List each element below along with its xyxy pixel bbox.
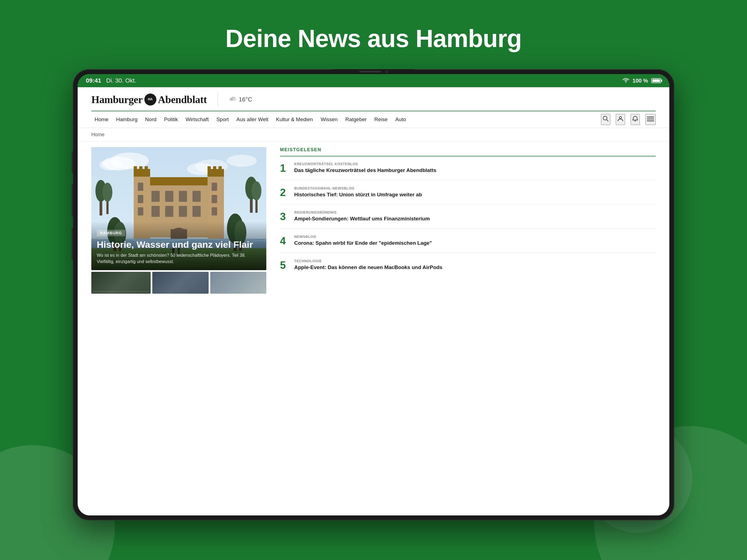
tablet-camera (385, 70, 388, 73)
mg-category-3: REGIERUNGSBÜNDNIS (294, 210, 656, 214)
nav-link-aus-aller-welt[interactable]: Aus aller Welt (233, 115, 272, 124)
mg-category-4: NEWSBLOG (294, 235, 656, 239)
thumbnail-2[interactable] (152, 272, 208, 294)
svg-line-4 (607, 120, 609, 121)
menu-button[interactable] (645, 114, 656, 125)
site-header: Hamburger HA Abendblatt (78, 87, 669, 128)
status-bar: 09:41 Di. 30. Okt. 100 % (78, 74, 669, 87)
tablet-side-button-2 (72, 184, 73, 217)
hero-image[interactable]: HAMBURG Historie, Wasser und ganz viel F… (91, 147, 266, 270)
nav-link-wissen[interactable]: Wissen (317, 115, 341, 124)
svg-rect-26 (140, 177, 217, 185)
svg-rect-30 (139, 166, 143, 171)
nav-link-auto[interactable]: Auto (392, 115, 409, 124)
logo-emblem: HA (145, 94, 156, 105)
mg-number-1: 1 (280, 163, 290, 173)
weather-icon (229, 96, 236, 104)
meistgelesen-item-4[interactable]: 4 NEWSBLOG Corona: Spahn wirbt für Ende … (280, 235, 656, 247)
svg-rect-31 (145, 166, 148, 171)
tablet-screen: 09:41 Di. 30. Okt. 100 % Hamburger (78, 74, 669, 515)
svg-rect-40 (192, 191, 201, 202)
svg-point-12 (100, 159, 121, 170)
svg-rect-46 (138, 195, 143, 203)
svg-rect-29 (134, 166, 137, 171)
logo-separator (217, 93, 218, 106)
mg-category-1: KREUZWORTRÄTSEL KOSTENLOS (294, 162, 656, 166)
nav-link-reise[interactable]: Reise (371, 115, 391, 124)
svg-point-19 (103, 183, 112, 202)
site-logo-part2: Abendblatt (158, 94, 207, 105)
svg-rect-44 (192, 206, 201, 217)
nav-link-wirtschaft[interactable]: Wirtschaft (182, 115, 212, 124)
mg-divider-4 (280, 253, 656, 253)
mg-headline-3: Ampel-Sondierungen: Wettlauf ums Finanzm… (294, 215, 656, 222)
tablet-speaker (359, 71, 381, 73)
svg-rect-35 (213, 166, 216, 171)
svg-point-3 (603, 116, 607, 120)
mg-number-3: 3 (280, 211, 290, 222)
nav-link-ratgeber[interactable]: Ratgeber (342, 115, 370, 124)
page-title: Deine News aus Hamburg (225, 25, 521, 53)
tablet-top-bar (333, 69, 414, 74)
wifi-icon (623, 78, 629, 84)
meistgelesen-item-2[interactable]: 2 BUNDESTAGSWAHL-NEWSBLOG Historisches T… (280, 186, 656, 198)
meistgelesen-section: MEISTGELESEN 1 KREUZWORTRÄTSEL KOSTENLOS… (280, 147, 656, 510)
tablet-side-button-3 (72, 228, 73, 261)
meistgelesen-item-1[interactable]: 1 KREUZWORTRÄTSEL KOSTENLOS Das tägliche… (280, 162, 656, 174)
svg-point-23 (252, 181, 261, 200)
thumbnail-row (91, 272, 266, 294)
hero-subtitle: Wo ist es in der Stadt am schönsten? 50 … (97, 252, 261, 265)
breadcrumb-home[interactable]: Home (91, 132, 104, 137)
site-navigation: HomeHamburgNordPolitikWirtschaftSportAus… (91, 111, 656, 128)
svg-rect-50 (212, 207, 217, 215)
battery-icon (651, 78, 661, 83)
mg-number-2: 2 (280, 187, 290, 198)
weather-widget[interactable]: 16°C (229, 96, 252, 104)
thumbnail-1[interactable] (91, 272, 151, 294)
hero-section: HAMBURG Historie, Wasser und ganz viel F… (91, 147, 266, 510)
nav-link-nord[interactable]: Nord (142, 115, 160, 124)
svg-rect-47 (138, 207, 143, 215)
mg-headline-4: Corona: Spahn wirbt für Ende der "epidem… (294, 240, 656, 247)
meistgelesen-item-5[interactable]: 5 TECHNOLOGIE Apple-Event: Das können di… (280, 259, 656, 271)
svg-rect-41 (152, 206, 160, 217)
nav-link-kultur-medien[interactable]: Kultur & Medien (273, 115, 316, 124)
mg-category-5: TECHNOLOGIE (294, 259, 656, 263)
svg-rect-45 (138, 183, 143, 191)
main-content: HAMBURG Historie, Wasser und ganz viel F… (78, 142, 669, 515)
tablet-frame: 09:41 Di. 30. Okt. 100 % Hamburger (73, 69, 674, 520)
battery-percentage: 100 % (633, 78, 648, 84)
nav-link-hamburg[interactable]: Hamburg (113, 115, 141, 124)
tablet-side-button-1 (72, 151, 73, 173)
nav-icons (601, 114, 656, 125)
svg-rect-43 (179, 206, 187, 217)
meistgelesen-list: 1 KREUZWORTRÄTSEL KOSTENLOS Das tägliche… (280, 162, 656, 271)
mg-headline-1: Das tägliche Kreuzworträtsel des Hamburg… (294, 167, 656, 174)
svg-rect-39 (179, 191, 187, 202)
svg-point-2 (232, 98, 236, 101)
search-button[interactable] (601, 114, 610, 125)
hero-title: Historie, Wasser und ganz viel Flair (97, 239, 261, 250)
mg-headline-2: Historisches Tief: Union stürzt in Umfra… (294, 192, 656, 198)
mg-headline-5: Apple-Event: Das können die neuen MacBoo… (294, 264, 656, 271)
breadcrumb: Home (78, 128, 669, 142)
nav-link-sport[interactable]: Sport (213, 115, 232, 124)
nav-links: HomeHamburgNordPolitikWirtschaftSportAus… (91, 115, 409, 124)
notification-button[interactable] (630, 114, 640, 125)
site-logo: Hamburger (91, 94, 143, 105)
meistgelesen-item-3[interactable]: 3 REGIERUNGSBÜNDNIS Ampel-Sondierungen: … (280, 210, 656, 222)
mg-divider-3 (280, 228, 656, 229)
thumbnail-3[interactable] (210, 272, 266, 294)
hero-overlay: HAMBURG Historie, Wasser und ganz viel F… (91, 222, 266, 270)
status-date: Di. 30. Okt. (106, 77, 136, 84)
svg-rect-37 (152, 191, 160, 202)
user-button[interactable] (616, 114, 625, 125)
nav-link-politik[interactable]: Politik (161, 115, 181, 124)
status-time: 09:41 (86, 77, 101, 84)
svg-rect-42 (165, 206, 173, 217)
nav-link-home[interactable]: Home (91, 115, 112, 124)
battery-fill (652, 79, 660, 82)
svg-point-15 (227, 155, 257, 167)
svg-rect-34 (208, 166, 211, 171)
svg-rect-36 (218, 166, 222, 171)
